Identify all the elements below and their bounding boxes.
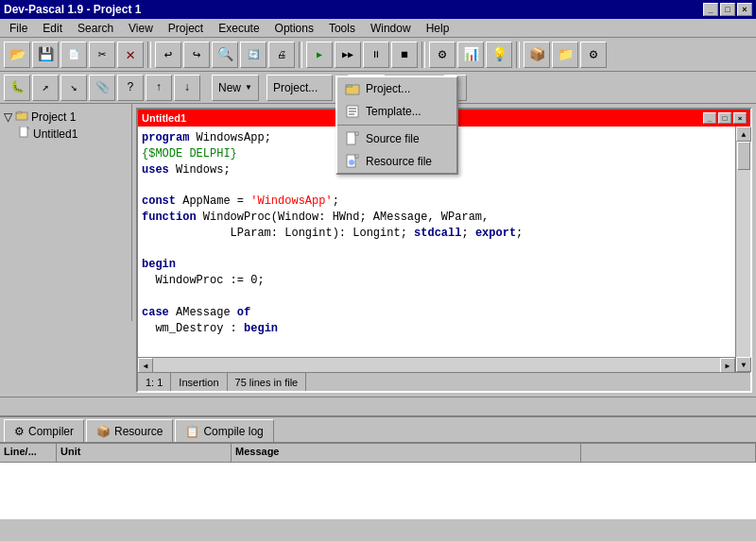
btn-attach[interactable]: 📎 [89,75,115,101]
tree-child-label: Untitled1 [33,127,77,141]
resource-tab-label: Resource [114,425,163,438]
minimize-button[interactable]: _ [703,3,718,16]
separator-4 [516,42,520,68]
code-line-11 [142,289,731,305]
new-dropdown-button[interactable]: New ▼ [212,75,259,101]
tree-collapse-icon: ▽ [4,110,12,124]
tree-child[interactable]: Untitled1 [4,126,128,142]
maximize-button[interactable]: □ [720,3,735,16]
scroll-thumb-v[interactable] [737,142,750,170]
btn-search[interactable]: 🔍 [212,42,238,68]
tree-leaf-icon [19,127,30,141]
btn-lightbulb[interactable]: 💡 [486,42,512,68]
btn-up[interactable]: ↑ [146,75,172,101]
svg-rect-8 [355,155,358,158]
btn-replace[interactable]: 🔄 [240,42,266,68]
scroll-left-button[interactable]: ◀ [138,358,153,373]
bottom-panel-content [0,463,756,519]
menu-search[interactable]: Search [72,20,119,37]
editor-title: Untitled1 [142,112,186,124]
btn-folder[interactable]: 📁 [552,42,578,68]
menu-execute[interactable]: Execute [213,20,265,37]
context-menu: Project... Template... Source file Resou… [335,76,458,175]
editor-close[interactable]: × [733,112,747,124]
btn-debug[interactable]: ⏸ [363,42,389,68]
scroll-right-button[interactable]: ▶ [720,358,735,373]
btn-config[interactable]: ⚙ [580,42,607,68]
editor-minimize[interactable]: _ [703,112,716,124]
context-project-label: Project... [366,82,410,95]
bottom-tabs: ⚙ Compiler 📦 Resource 📋 Compile log [0,415,756,442]
editor-status-bar: 1: 1 Insertion 75 lines in file [138,372,750,391]
context-menu-source[interactable]: Source file [337,127,456,150]
context-resource-label: Resource file [366,155,432,168]
btn-step2[interactable]: ↘ [60,75,87,101]
tab-compiler[interactable]: ⚙ Compiler [4,419,84,442]
btn-package[interactable]: 📦 [524,42,550,68]
btn-down[interactable]: ↓ [174,75,200,101]
scroll-down-button[interactable]: ▼ [736,357,751,372]
title-bar: Dev-Pascal 1.9 - Project 1 _ □ × [0,0,756,19]
col-extra [581,444,756,462]
btn-help2[interactable]: ? [117,75,144,101]
menu-window[interactable]: Window [365,20,417,37]
col-message: Message [232,444,581,462]
project-icon [345,81,360,96]
editor-mode: Insertion [171,373,227,391]
btn-stop[interactable]: ⏹ [391,42,418,68]
btn-debug2[interactable]: 🐛 [4,75,30,101]
menu-edit[interactable]: Edit [37,20,68,37]
editor-maximize[interactable]: □ [718,112,731,124]
btn-cut[interactable]: ✂ [89,42,115,68]
menu-project[interactable]: Project [163,20,209,37]
source-file-icon [345,131,360,146]
editor-scrollbar-vertical[interactable]: ▲ ▼ [735,127,750,372]
scroll-track-v[interactable] [736,142,750,357]
new-dropdown-arrow: ▼ [245,83,252,92]
menu-file[interactable]: File [4,20,33,37]
project-button[interactable]: Project... [266,75,333,101]
btn-compile[interactable]: ▶ [306,42,333,68]
compiler-tab-label: Compiler [28,425,74,438]
btn-chart[interactable]: 📊 [457,42,484,68]
btn-undo[interactable]: ↩ [155,42,181,68]
context-menu-resource[interactable]: Resource file [337,150,456,173]
menu-help[interactable]: Help [421,20,455,37]
context-menu-overlay: Project... Template... Source file Resou… [335,76,458,175]
toolbar-main: 📂 💾 📄 ✂ ✕ ↩ ↪ 🔍 🔄 🖨 ▶ ▶▶ ⏸ ⏹ ⚙ 📊 💡 📦 📁 ⚙ [0,38,756,72]
btn-save[interactable]: 💾 [32,42,59,68]
btn-settings[interactable]: ⚙ [429,42,455,68]
btn-delete[interactable]: ✕ [117,42,144,68]
svg-point-9 [349,160,354,165]
btn-open[interactable]: 📂 [4,42,30,68]
code-line-10: WindowProc := 0; [142,273,731,289]
new-label: New [218,81,241,94]
compiler-tab-icon: ⚙ [14,425,25,438]
btn-redo[interactable]: ↪ [183,42,210,68]
col-line: Line/... [0,444,57,462]
menu-options[interactable]: Options [269,20,319,37]
scroll-up-button[interactable]: ▲ [736,127,751,142]
tree-root[interactable]: ▽ Project 1 [4,108,128,126]
svg-rect-6 [355,132,358,135]
bottom-panel-header: Line/... Unit Message [0,444,756,463]
context-menu-template[interactable]: Template... [337,100,456,123]
btn-step[interactable]: ↗ [32,75,59,101]
menu-bar: File Edit Search View Project Execute Op… [0,19,756,38]
code-line-9: begin [142,257,731,273]
context-menu-sep [337,125,456,126]
btn-run[interactable]: ▶▶ [335,42,361,68]
tab-resource[interactable]: 📦 Resource [86,419,173,442]
menu-tools[interactable]: Tools [323,20,361,37]
context-menu-project[interactable]: Project... [337,77,456,100]
project-tree-icon [15,109,28,125]
btn-new-file[interactable]: 📄 [60,42,87,68]
scroll-track-h[interactable] [153,358,720,372]
tab-compile-log[interactable]: 📋 Compile log [175,419,273,442]
editor-scrollbar-horizontal[interactable]: ◀ ▶ [138,357,735,372]
separator-3 [421,42,425,68]
menu-view[interactable]: View [123,20,159,37]
btn-print[interactable]: 🖨 [268,42,295,68]
close-button[interactable]: × [737,3,752,16]
svg-rect-5 [347,132,355,144]
